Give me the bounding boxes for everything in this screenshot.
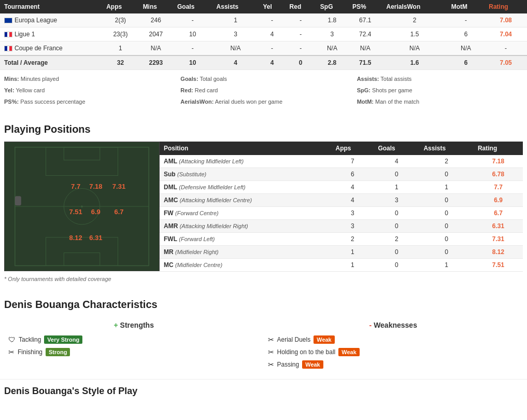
col-assists: Assists [212,0,259,13]
col-rating: Rating [485,0,527,13]
coverage-note: * Only tournaments with detailed coverag… [0,272,527,290]
col-red: Red [286,0,316,13]
strengths-col: 🛡 Tackling Very Strong ✂ Finishing Stron… [4,333,264,371]
cell-assists: 3 [212,27,259,41]
table-row: DML (Defensive Midfielder Left) 4 1 1 7.… [160,181,523,194]
strength-icon: ✂ [8,348,15,356]
list-item: 🛡 Tackling Very Strong [4,333,264,346]
pos-cell-apps: 1 [331,259,374,272]
table-row: MC (Midfielder Centre) 1 0 1 7.51 [160,259,523,272]
strength-label: Tackling [19,336,41,343]
cell-rating: - [485,41,527,56]
cell-red: - [286,41,316,56]
cell-yel: - [259,41,286,56]
weakness-icon: ✂ [268,360,274,369]
pos-cell-goals: 4 [374,155,419,168]
pos-cell-assists: 0 [419,168,474,181]
field-number: 7.7 [71,182,80,190]
field-number: 8.12 [69,233,82,241]
cell-yel: 4 [259,27,286,41]
pos-cell-goals: 1 [374,181,419,194]
cell-total-apps: 32 [102,55,138,70]
positions-wrapper: 7.77.187.317.516.96.78.126.31 Position A… [4,142,523,272]
pos-cell-name: Sub (Substitute) [160,168,331,181]
style-of-play-title: Denis Bouanga's Style of Play [0,379,527,403]
pos-cell-assists: 0 [419,246,474,259]
weaknesses-label: Weaknesses [374,321,417,329]
strength-badge: Strong [46,348,70,356]
table-row: Sub (Substitute) 6 0 0 6.78 [160,168,523,181]
cell-total-rating: 7.05 [485,55,527,70]
cell-total-label: Total / Average [0,55,102,70]
pos-cell-apps: 4 [331,194,374,207]
weakness-badge: Weak [338,348,360,356]
strength-icon: 🛡 [8,335,16,344]
weakness-label: Aerial Duels [277,336,311,343]
field-number: 6.9 [91,208,101,216]
cell-assists: N/A [212,41,259,56]
tournament-table: Tournament Apps Mins Goals Assists Yel R… [0,0,527,70]
pos-cell-apps: 7 [331,155,374,168]
field-container: 7.77.187.317.516.96.78.126.31 [4,142,160,271]
weakness-label: Holding on to the ball [277,348,336,356]
cell-red: - [286,13,316,27]
pos-cell-rating: 8.12 [474,246,523,259]
pos-col-position: Position [160,142,331,155]
field-number: 6.31 [89,233,102,241]
pos-cell-apps: 1 [331,246,374,259]
field-number: 7.18 [89,182,102,190]
legend: Mins: Minutes played Goals: Total goals … [0,70,527,115]
cell-ps: N/A [348,41,382,56]
pos-cell-apps: 2 [331,233,374,246]
strength-label: Finishing [18,348,42,356]
col-yel: Yel [259,0,286,13]
cell-rating: 7.04 [485,27,527,41]
list-item: ✂ Passing Weak [264,358,523,371]
cell-motm: N/A [447,41,485,56]
col-aerials: AerialsWon [382,0,447,13]
cell-apps: 1 [102,41,138,56]
cell-spg: N/A [316,41,348,56]
cell-red: - [286,27,316,41]
field-number: 7.51 [69,208,82,216]
cell-total-aerials: 1.6 [382,55,447,70]
pos-cell-rating: 6.9 [474,194,523,207]
weaknesses-col: ✂ Aerial Duels Weak ✂ Holding on to the … [264,333,523,371]
cell-aerials: 1.5 [382,27,447,41]
col-apps: Apps [102,0,138,13]
pos-cell-goals: 3 [374,194,419,207]
pos-cell-assists: 1 [419,181,474,194]
pos-cell-rating: 7.31 [474,233,523,246]
pos-cell-name: MR (Midfielder Right) [160,246,331,259]
position-table: Position Apps Goals Assists Rating AML (… [160,142,523,272]
strength-badge: Very Strong [44,335,82,344]
cell-total-mins: 2293 [139,55,173,70]
cell-aerials: 2 [382,13,447,27]
pos-cell-apps: 4 [331,181,374,194]
cell-tournament: Europa League [0,13,102,27]
weakness-badge: Weak [314,335,335,344]
pos-cell-assists: 2 [419,155,474,168]
list-item: ✂ Finishing Strong [4,346,264,358]
cell-ps: 67.1 [348,13,382,27]
pos-cell-goals: 0 [374,207,419,220]
cell-goals: - [173,41,212,56]
table-row: MR (Midfielder Right) 1 0 0 8.12 [160,246,523,259]
cell-goals: 10 [173,27,212,41]
table-row: AMR (Attacking Midfielder Right) 3 0 0 6… [160,220,523,233]
pos-col-goals: Goals [374,142,419,155]
pos-cell-rating: 6.78 [474,168,523,181]
pos-cell-rating: 6.31 [474,220,523,233]
field-number: 7.31 [112,182,125,190]
table-row: FW (Forward Centre) 3 0 0 6.7 [160,207,523,220]
cell-total-goals: 10 [173,55,212,70]
pos-col-apps: Apps [331,142,374,155]
pos-col-assists: Assists [419,142,474,155]
cell-total-assists: 4 [212,55,259,70]
table-row: AML (Attacking Midfielder Left) 7 4 2 7.… [160,155,523,168]
characteristics-section: + Strengths - Weaknesses 🛡 Tackling Very… [0,317,527,379]
pos-cell-rating: 7.51 [474,259,523,272]
table-row: AMC (Attacking Midfielder Centre) 4 3 0 … [160,194,523,207]
field-number: 6.7 [114,208,123,216]
pos-cell-name: MC (Midfielder Centre) [160,259,331,272]
